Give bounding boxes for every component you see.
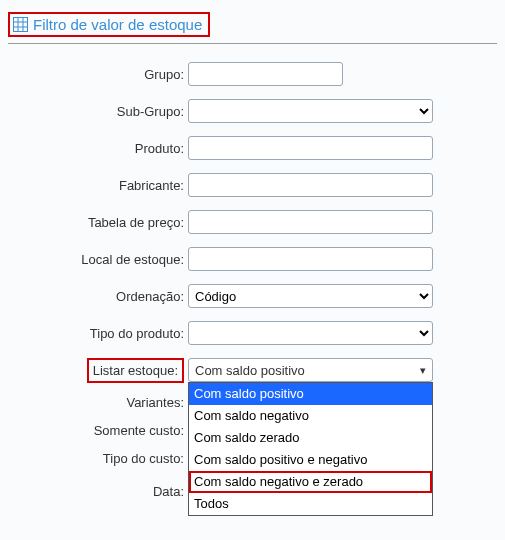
label-subgrupo: Sub-Grupo:: [18, 104, 188, 119]
svg-rect-0: [14, 18, 28, 32]
page-title: Filtro de valor de estoque: [33, 16, 202, 33]
select-listar-estoque-listbox: Com saldo positivo Com saldo negativo Co…: [188, 382, 433, 516]
filter-form: Grupo: Sub-Grupo: Produto: Fabricante: T…: [18, 62, 497, 503]
row-tipo-produto: Tipo do produto:: [18, 321, 497, 345]
select-subgrupo[interactable]: [188, 99, 433, 123]
row-fabricante: Fabricante:: [18, 173, 497, 197]
row-listar-estoque: Listar estoque: Com saldo positivo ▾ Com…: [18, 358, 497, 382]
select-listar-estoque[interactable]: Com saldo positivo ▾ Com saldo positivo …: [188, 358, 433, 382]
option[interactable]: Com saldo negativo: [189, 405, 432, 427]
label-variantes: Variantes:: [18, 395, 188, 410]
label-local-estoque: Local de estoque:: [18, 252, 188, 267]
label-wrap-listar-estoque: Listar estoque:: [18, 363, 188, 378]
input-grupo[interactable]: [188, 62, 343, 86]
label-ordenacao: Ordenação:: [18, 289, 188, 304]
row-local-estoque: Local de estoque:: [18, 247, 497, 271]
option[interactable]: Todos: [189, 493, 432, 515]
row-ordenacao: Ordenação: Código: [18, 284, 497, 308]
option[interactable]: Com saldo positivo e negativo: [189, 449, 432, 471]
page-header: Filtro de valor de estoque: [8, 12, 210, 37]
input-produto[interactable]: [188, 136, 433, 160]
row-grupo: Grupo:: [18, 62, 497, 86]
input-local-estoque[interactable]: [188, 247, 433, 271]
label-tipo-produto: Tipo do produto:: [18, 326, 188, 341]
label-somente-custo: Somente custo:: [18, 423, 188, 438]
label-fabricante: Fabricante:: [18, 178, 188, 193]
divider: [8, 43, 497, 44]
select-listar-estoque-button[interactable]: Com saldo positivo ▾: [188, 358, 433, 382]
option[interactable]: Com saldo negativo e zerado: [189, 471, 432, 493]
option[interactable]: Com saldo positivo: [189, 383, 432, 405]
select-tipo-produto[interactable]: [188, 321, 433, 345]
label-listar-estoque: Listar estoque:: [87, 358, 184, 383]
label-tipo-custo: Tipo do custo:: [18, 451, 188, 466]
label-grupo: Grupo:: [18, 67, 188, 82]
select-listar-estoque-value: Com saldo positivo: [195, 363, 305, 378]
row-produto: Produto:: [18, 136, 497, 160]
label-tabela-preco: Tabela de preço:: [18, 215, 188, 230]
label-produto: Produto:: [18, 141, 188, 156]
grid-icon: [13, 17, 28, 32]
row-subgrupo: Sub-Grupo:: [18, 99, 497, 123]
input-tabela-preco[interactable]: [188, 210, 433, 234]
chevron-down-icon: ▾: [420, 364, 426, 377]
option[interactable]: Com saldo zerado: [189, 427, 432, 449]
input-fabricante[interactable]: [188, 173, 433, 197]
row-tabela-preco: Tabela de preço:: [18, 210, 497, 234]
label-data: Data:: [18, 484, 188, 499]
select-ordenacao[interactable]: Código: [188, 284, 433, 308]
